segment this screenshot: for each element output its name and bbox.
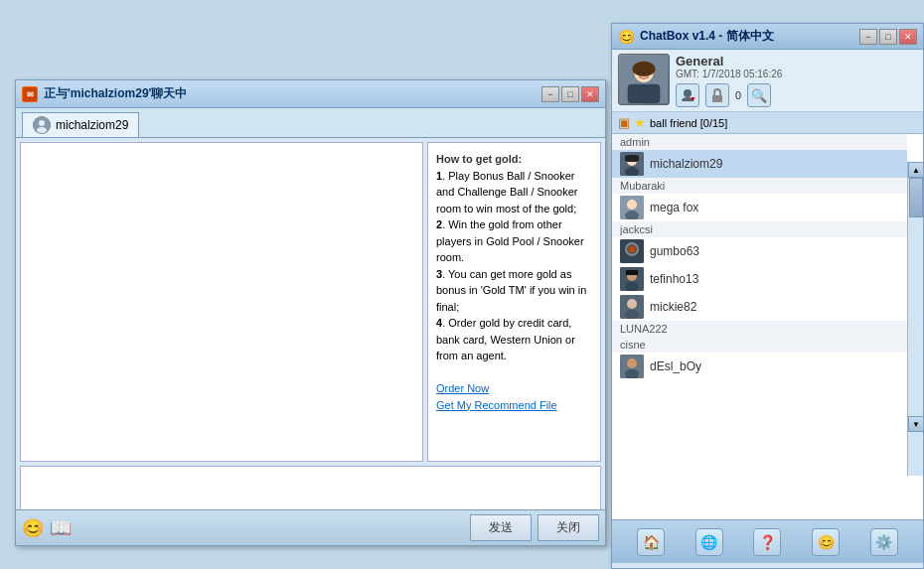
scrollbar-up-arrow[interactable]: ▲ bbox=[908, 162, 923, 178]
svg-point-31 bbox=[627, 299, 637, 309]
svg-rect-7 bbox=[628, 84, 661, 103]
channel-label: ball friend [0/15] bbox=[650, 117, 727, 129]
chatbox-avatar bbox=[618, 54, 670, 105]
user-avatar-desl-boy bbox=[620, 355, 644, 378]
svg-point-34 bbox=[627, 358, 637, 368]
chatbox-channel-bar[interactable]: ▣ ★ ball friend [0/15] bbox=[612, 112, 923, 134]
svg-rect-18 bbox=[625, 155, 639, 162]
chatbox-window: 😊 ChatBox v1.4 - 简体中文 − □ ✕ General GMT: bbox=[611, 23, 924, 569]
tab-avatar bbox=[33, 116, 51, 134]
scrollbar-thumb[interactable] bbox=[909, 178, 923, 217]
chatbox-emoji-button[interactable]: 😊 bbox=[812, 528, 840, 556]
chatbox-scrollbar[interactable]: ▲ ▼ bbox=[907, 162, 923, 476]
book-icon[interactable]: 📖 bbox=[50, 517, 72, 539]
chat-titlebar: ✉ 正与'michalziom29'聊天中 − □ ✕ bbox=[16, 80, 605, 108]
chat-tab-michalziom29[interactable]: michalziom29 bbox=[22, 112, 139, 137]
chat-messages[interactable] bbox=[20, 142, 423, 462]
tab-label: michalziom29 bbox=[56, 118, 128, 132]
section-mubaraki: Mubaraki bbox=[612, 178, 907, 194]
user-avatar-mickie82 bbox=[620, 295, 644, 319]
chat-bottom-bar: 😊 📖 发送 关闭 bbox=[16, 509, 605, 545]
user-name-desl-boy: dEsl_bOy bbox=[650, 359, 701, 373]
chatbox-general-label: General bbox=[676, 54, 917, 69]
user-name-michalziom29: michalziom29 bbox=[650, 157, 722, 171]
svg-text:✉: ✉ bbox=[27, 90, 34, 99]
chatbox-controls: − □ ✕ bbox=[859, 29, 917, 45]
chatbox-user-list: admin michalziom29 Mubaraki bbox=[612, 134, 923, 519]
chatbox-header: General GMT: 1/7/2018 05:16:26 ▼ 0 bbox=[612, 50, 923, 112]
section-cisne: cisne bbox=[612, 337, 907, 353]
chatbox-body: admin michalziom29 Mubaraki bbox=[612, 134, 923, 519]
chat-close-button[interactable]: ✕ bbox=[581, 86, 599, 102]
user-name-tefinho13: tefinho13 bbox=[650, 272, 698, 286]
section-luna222: LUNA222 bbox=[612, 321, 907, 337]
smiley-icon[interactable]: 😊 bbox=[22, 517, 44, 539]
chatbox-title: ChatBox v1.4 - 简体中文 bbox=[640, 28, 774, 45]
svg-point-9 bbox=[632, 62, 655, 76]
svg-point-20 bbox=[627, 200, 637, 210]
chat-app-icon: ✉ bbox=[22, 86, 38, 102]
chat-send-button[interactable]: 发送 bbox=[470, 514, 532, 541]
user-avatar-tefinho13 bbox=[620, 267, 644, 291]
svg-rect-14 bbox=[712, 95, 722, 102]
chatbox-user-icon[interactable]: ▼ bbox=[676, 83, 699, 107]
chat-maximize-button[interactable]: □ bbox=[561, 86, 579, 102]
svg-rect-29 bbox=[626, 270, 638, 275]
chatbox-search-icon[interactable]: 🔍 bbox=[747, 83, 771, 107]
chat-window-title: 正与'michalziom29'聊天中 bbox=[44, 85, 187, 102]
chat-action-buttons: 发送 关闭 bbox=[470, 514, 599, 541]
order-now-link[interactable]: Order Now bbox=[436, 382, 489, 394]
user-item-mega-fox[interactable]: mega fox bbox=[612, 194, 907, 221]
user-name-mickie82: mickie82 bbox=[650, 300, 696, 314]
chatbox-smiley-icon: 😊 bbox=[618, 29, 635, 45]
chatbox-globe-button[interactable]: 🌐 bbox=[695, 528, 723, 556]
chatbox-minimize-button[interactable]: − bbox=[859, 29, 877, 45]
chatbox-titlebar: 😊 ChatBox v1.4 - 简体中文 − □ ✕ bbox=[612, 24, 923, 50]
chatbox-close-button[interactable]: ✕ bbox=[899, 29, 917, 45]
user-item-michalziom29[interactable]: michalziom29 bbox=[612, 150, 907, 178]
svg-point-25 bbox=[629, 246, 635, 252]
section-admin: admin bbox=[612, 134, 907, 150]
info-step2: 2. Win the gold from other players in Go… bbox=[436, 218, 584, 263]
user-item-tefinho13[interactable]: tefinho13 bbox=[612, 265, 907, 293]
channel-expand-icon: ▣ bbox=[618, 115, 630, 130]
info-step1: 1. Play Bonus Ball / Snooker and Challen… bbox=[436, 170, 577, 214]
chatbox-time: GMT: 1/7/2018 05:16:26 bbox=[676, 69, 917, 79]
chatbox-header-info: General GMT: 1/7/2018 05:16:26 ▼ 0 bbox=[676, 54, 917, 107]
chatbox-titlebar-left: 😊 ChatBox v1.4 - 简体中文 bbox=[618, 28, 774, 45]
chatbox-help-button[interactable]: ❓ bbox=[753, 528, 781, 556]
user-item-desl-boy[interactable]: dEsl_bOy bbox=[612, 353, 907, 380]
chat-tab-bar: michalziom29 bbox=[16, 108, 605, 138]
section-jackcsi: jackcsi bbox=[612, 221, 907, 237]
chat-minimize-button[interactable]: − bbox=[541, 86, 559, 102]
info-step3: 3. You can get more gold as bonus in 'Go… bbox=[436, 268, 586, 313]
svg-point-10 bbox=[638, 71, 641, 73]
recommend-file-link[interactable]: Get My Recommend File bbox=[436, 399, 557, 411]
user-avatar-mega-fox bbox=[620, 196, 644, 219]
info-step4: 4. Order gold by credit card, bank card,… bbox=[436, 317, 575, 361]
svg-point-11 bbox=[647, 71, 650, 73]
chatbox-home-button[interactable]: 🏠 bbox=[637, 528, 665, 556]
svg-point-4 bbox=[37, 127, 47, 133]
chatbox-count: 0 bbox=[735, 89, 741, 101]
chat-window: ✉ 正与'michalziom29'聊天中 − □ ✕ michalziom29 bbox=[15, 79, 606, 546]
chatbox-bottom-bar: 🏠 🌐 ❓ 😊 ⚙️ bbox=[612, 519, 923, 563]
chatbox-maximize-button[interactable]: □ bbox=[879, 29, 897, 45]
user-avatar-gumbo63 bbox=[620, 239, 644, 263]
user-name-mega-fox: mega fox bbox=[650, 201, 698, 214]
channel-star-icon: ★ bbox=[634, 115, 646, 130]
chatbox-settings-button[interactable]: ⚙️ bbox=[870, 528, 898, 556]
chat-titlebar-left: ✉ 正与'michalziom29'聊天中 bbox=[22, 85, 187, 102]
user-item-gumbo63[interactable]: gumbo63 bbox=[612, 237, 907, 265]
chat-close-chat-button[interactable]: 关闭 bbox=[538, 514, 599, 541]
info-panel-title: How to get gold: bbox=[436, 153, 522, 165]
chat-window-controls: − □ ✕ bbox=[541, 86, 599, 102]
scrollbar-down-arrow[interactable]: ▼ bbox=[908, 416, 923, 432]
svg-point-3 bbox=[39, 120, 45, 126]
user-avatar-michalziom29 bbox=[620, 152, 644, 176]
chat-info-panel: How to get gold: 1. Play Bonus Ball / Sn… bbox=[427, 142, 601, 462]
user-item-mickie82[interactable]: mickie82 bbox=[612, 293, 907, 321]
chatbox-header-icons: ▼ 0 🔍 bbox=[676, 83, 917, 107]
chatbox-lock-icon[interactable] bbox=[705, 83, 729, 107]
chat-body: How to get gold: 1. Play Bonus Ball / Sn… bbox=[16, 138, 605, 466]
